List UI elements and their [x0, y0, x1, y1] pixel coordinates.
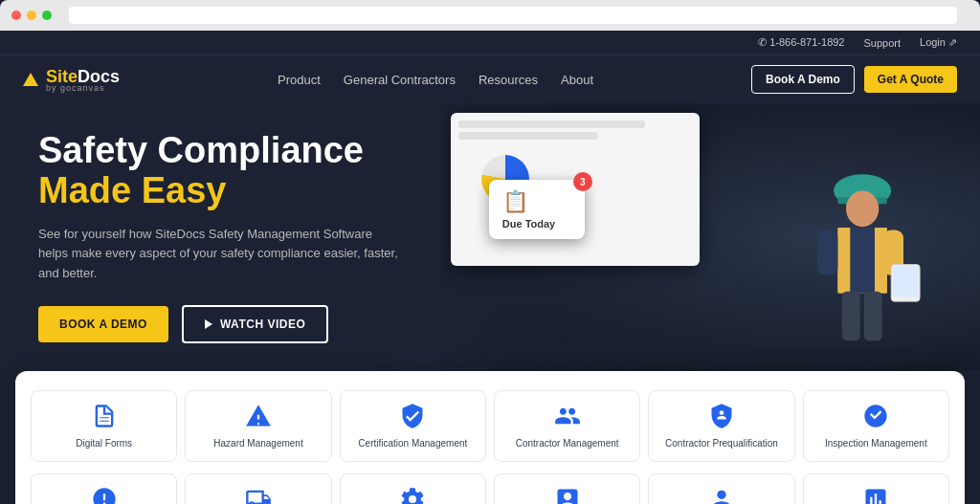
hazard-label: Hazard Management: [213, 437, 302, 449]
feature-worker[interactable]: Worker: [648, 473, 794, 504]
svg-point-2: [846, 190, 879, 227]
feature-hazard-management[interactable]: Hazard Management: [185, 390, 331, 462]
contractor-label: Contractor Management: [516, 437, 619, 449]
feature-certification-management[interactable]: Certification Management: [340, 390, 486, 462]
worker-illustration: [750, 142, 942, 371]
hero-buttons: BOOK A DEMO WATCH VIDEO: [38, 305, 402, 343]
automations-icon: [399, 486, 426, 504]
features-row-2: Incident Equipment Automations Correctiv…: [31, 473, 949, 504]
play-icon: [205, 319, 212, 329]
feature-contractor-prequalification[interactable]: Contractor Prequalification: [648, 390, 794, 462]
page: ✆ 1-866-871-1892 Support Login ⇗ SiteDoc…: [0, 31, 980, 504]
due-today-icon: 📋: [502, 189, 571, 214]
browser-chrome: [0, 0, 980, 31]
hero-description: See for yourself how SiteDocs Safety Man…: [38, 225, 402, 284]
prequalification-label: Contractor Prequalification: [665, 437, 778, 449]
feature-inspection-management[interactable]: Inspection Management: [803, 390, 949, 462]
digital-forms-icon: [91, 403, 118, 429]
due-today-label: Due Today: [502, 218, 571, 230]
certification-icon: [399, 403, 426, 429]
feature-analytics[interactable]: Analytics: [803, 473, 949, 504]
navbar: SiteDocs by gocanvas Product General Con…: [0, 55, 980, 103]
nav-resources[interactable]: Resources: [479, 73, 538, 87]
features-row-1: Digital Forms Hazard Management Certific…: [31, 390, 949, 462]
feature-equipment[interactable]: Equipment: [185, 473, 331, 504]
svg-rect-10: [893, 266, 919, 297]
feature-corrective-actions[interactable]: Corrective Actions: [494, 473, 640, 504]
digital-forms-label: Digital Forms: [76, 437, 132, 449]
svg-rect-11: [842, 292, 860, 340]
hero-section: 3 📋 Due Today: [0, 103, 980, 371]
hero-title-yellow: Made Easy: [38, 170, 226, 210]
feature-incident[interactable]: Incident: [31, 473, 177, 504]
inspection-icon: [862, 403, 889, 429]
prequalification-icon: [708, 403, 735, 429]
due-today-card: 3 📋 Due Today: [489, 180, 585, 239]
features-section: Digital Forms Hazard Management Certific…: [15, 371, 965, 504]
login-link[interactable]: Login ⇗: [920, 36, 957, 49]
minimize-dot[interactable]: [27, 11, 36, 20]
feature-digital-forms[interactable]: Digital Forms: [31, 390, 177, 462]
feature-contractor-management[interactable]: Contractor Management: [494, 390, 640, 462]
get-quote-button[interactable]: Get A Quote: [864, 66, 957, 93]
feature-automations[interactable]: Automations: [340, 473, 486, 504]
book-demo-button[interactable]: Book A Demo: [751, 65, 855, 94]
hero-title: Safety Compliance Made Easy: [38, 131, 402, 211]
nav-about[interactable]: About: [561, 73, 593, 87]
incident-icon: [91, 486, 118, 504]
svg-rect-7: [817, 230, 837, 275]
nav-links: Product General Contractors Resources Ab…: [278, 73, 593, 87]
hero-image-area: 3 📋 Due Today: [441, 103, 980, 371]
due-badge: 3: [573, 172, 592, 191]
svg-rect-5: [837, 228, 850, 294]
corrective-icon: [554, 486, 581, 504]
support-link[interactable]: Support: [863, 37, 901, 49]
logo[interactable]: SiteDocs by gocanvas: [23, 67, 120, 93]
nav-general-contractors[interactable]: General Contractors: [344, 73, 456, 87]
analytics-icon: [862, 486, 889, 504]
hero-watch-video-button[interactable]: WATCH VIDEO: [182, 305, 328, 343]
nav-product[interactable]: Product: [278, 73, 321, 87]
phone-number: ✆ 1-866-871-1892: [758, 36, 844, 49]
nav-buttons: Book A Demo Get A Quote: [751, 65, 957, 94]
close-dot[interactable]: [11, 11, 21, 20]
equipment-icon: [245, 486, 272, 504]
certification-label: Certification Management: [358, 437, 467, 449]
hero-book-demo-button[interactable]: BOOK A DEMO: [38, 306, 168, 342]
hazard-icon: [245, 403, 272, 429]
logo-triangle-icon: [23, 73, 38, 86]
worker-icon: [708, 486, 735, 504]
maximize-dot[interactable]: [42, 11, 52, 20]
address-bar[interactable]: [69, 7, 957, 24]
svg-rect-12: [864, 292, 882, 340]
utility-bar: ✆ 1-866-871-1892 Support Login ⇗: [0, 31, 980, 55]
inspection-label: Inspection Management: [825, 437, 927, 449]
contractor-icon: [554, 403, 581, 429]
hero-content: Safety Compliance Made Easy See for your…: [0, 108, 425, 366]
